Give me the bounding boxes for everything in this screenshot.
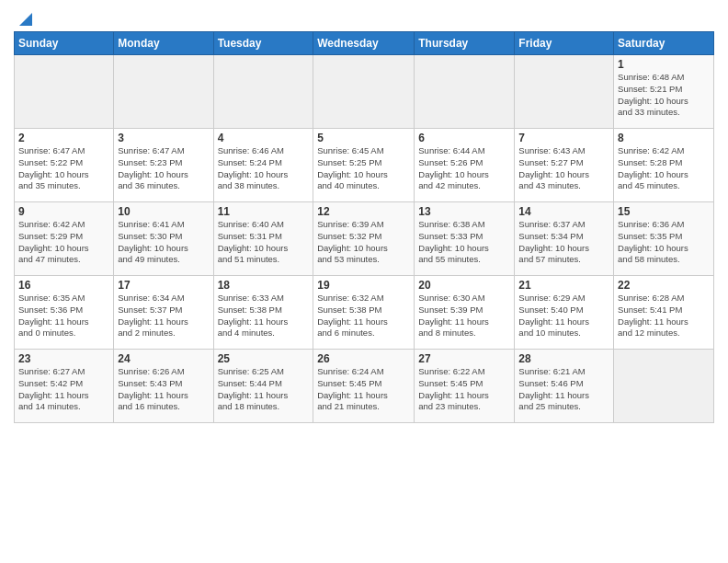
calendar-cell: 2Sunrise: 6:47 AM Sunset: 5:22 PM Daylig… <box>15 129 114 202</box>
day-number: 15 <box>618 205 710 218</box>
day-info: Sunrise: 6:29 AM Sunset: 5:40 PM Dayligh… <box>518 293 609 339</box>
calendar-cell: 20Sunrise: 6:30 AM Sunset: 5:39 PM Dayli… <box>415 276 515 350</box>
day-info: Sunrise: 6:24 AM Sunset: 5:45 PM Dayligh… <box>317 366 410 413</box>
calendar-cell: 8Sunrise: 6:42 AM Sunset: 5:28 PM Daylig… <box>614 129 714 202</box>
calendar-cell: 28Sunrise: 6:21 AM Sunset: 5:46 PM Dayli… <box>515 350 614 423</box>
calendar-cell: 18Sunrise: 6:33 AM Sunset: 5:38 PM Dayli… <box>213 276 313 350</box>
calendar-cell: 17Sunrise: 6:34 AM Sunset: 5:37 PM Dayli… <box>114 276 213 350</box>
day-number: 19 <box>317 279 410 292</box>
day-number: 27 <box>418 352 510 365</box>
day-info: Sunrise: 6:26 AM Sunset: 5:43 PM Dayligh… <box>118 366 209 413</box>
calendar-cell <box>313 55 415 129</box>
day-number: 3 <box>118 132 209 144</box>
day-number: 25 <box>218 352 310 365</box>
day-info: Sunrise: 6:28 AM Sunset: 5:41 PM Dayligh… <box>618 293 710 339</box>
calendar-cell: 27Sunrise: 6:22 AM Sunset: 5:45 PM Dayli… <box>415 350 515 423</box>
day-info: Sunrise: 6:37 AM Sunset: 5:34 PM Dayligh… <box>518 219 609 266</box>
day-info: Sunrise: 6:33 AM Sunset: 5:38 PM Dayligh… <box>218 293 310 339</box>
day-info: Sunrise: 6:45 AM Sunset: 5:25 PM Dayligh… <box>317 145 410 192</box>
calendar-cell: 25Sunrise: 6:25 AM Sunset: 5:44 PM Dayli… <box>213 350 313 423</box>
svg-marker-0 <box>19 13 32 26</box>
calendar-cell: 23Sunrise: 6:27 AM Sunset: 5:42 PM Dayli… <box>15 350 114 423</box>
calendar-table: SundayMondayTuesdayWednesdayThursdayFrid… <box>14 31 714 423</box>
calendar-cell: 12Sunrise: 6:39 AM Sunset: 5:32 PM Dayli… <box>313 202 415 276</box>
calendar-cell: 7Sunrise: 6:43 AM Sunset: 5:27 PM Daylig… <box>515 129 614 202</box>
calendar-cell: 9Sunrise: 6:42 AM Sunset: 5:29 PM Daylig… <box>15 202 114 276</box>
day-info: Sunrise: 6:44 AM Sunset: 5:26 PM Dayligh… <box>418 145 510 192</box>
calendar-cell: 5Sunrise: 6:45 AM Sunset: 5:25 PM Daylig… <box>313 129 415 202</box>
day-number: 4 <box>218 132 310 144</box>
day-info: Sunrise: 6:30 AM Sunset: 5:39 PM Dayligh… <box>418 293 510 339</box>
weekday-header-friday: Friday <box>515 32 614 55</box>
calendar-cell <box>213 55 313 129</box>
calendar-cell: 21Sunrise: 6:29 AM Sunset: 5:40 PM Dayli… <box>515 276 614 350</box>
day-number: 14 <box>518 205 609 218</box>
weekday-header-saturday: Saturday <box>614 32 714 55</box>
day-info: Sunrise: 6:40 AM Sunset: 5:31 PM Dayligh… <box>218 219 310 266</box>
day-info: Sunrise: 6:22 AM Sunset: 5:45 PM Dayligh… <box>418 366 510 413</box>
day-number: 17 <box>118 279 209 292</box>
day-number: 18 <box>218 279 310 292</box>
calendar-cell: 16Sunrise: 6:35 AM Sunset: 5:36 PM Dayli… <box>15 276 114 350</box>
week-row-1: 1Sunrise: 6:48 AM Sunset: 5:21 PM Daylig… <box>15 55 714 129</box>
calendar-cell: 13Sunrise: 6:38 AM Sunset: 5:33 PM Dayli… <box>415 202 515 276</box>
week-row-4: 16Sunrise: 6:35 AM Sunset: 5:36 PM Dayli… <box>15 276 714 350</box>
calendar-cell: 14Sunrise: 6:37 AM Sunset: 5:34 PM Dayli… <box>515 202 614 276</box>
day-info: Sunrise: 6:21 AM Sunset: 5:46 PM Dayligh… <box>518 366 609 413</box>
week-row-5: 23Sunrise: 6:27 AM Sunset: 5:42 PM Dayli… <box>15 350 714 423</box>
calendar-cell <box>614 350 714 423</box>
calendar-cell: 3Sunrise: 6:47 AM Sunset: 5:23 PM Daylig… <box>114 129 213 202</box>
week-row-2: 2Sunrise: 6:47 AM Sunset: 5:22 PM Daylig… <box>15 129 714 202</box>
day-number: 9 <box>18 205 109 218</box>
weekday-header-tuesday: Tuesday <box>213 32 313 55</box>
week-row-3: 9Sunrise: 6:42 AM Sunset: 5:29 PM Daylig… <box>15 202 714 276</box>
weekday-header-monday: Monday <box>114 32 213 55</box>
weekday-header-thursday: Thursday <box>415 32 515 55</box>
day-info: Sunrise: 6:43 AM Sunset: 5:27 PM Dayligh… <box>518 145 609 192</box>
day-info: Sunrise: 6:41 AM Sunset: 5:30 PM Dayligh… <box>118 219 209 266</box>
calendar-cell: 10Sunrise: 6:41 AM Sunset: 5:30 PM Dayli… <box>114 202 213 276</box>
calendar-cell: 4Sunrise: 6:46 AM Sunset: 5:24 PM Daylig… <box>213 129 313 202</box>
day-number: 12 <box>317 205 410 218</box>
logo <box>14 13 32 28</box>
calendar-cell: 15Sunrise: 6:36 AM Sunset: 5:35 PM Dayli… <box>614 202 714 276</box>
day-info: Sunrise: 6:46 AM Sunset: 5:24 PM Dayligh… <box>218 145 310 192</box>
weekday-header-sunday: Sunday <box>15 32 114 55</box>
day-number: 8 <box>618 132 710 144</box>
day-number: 11 <box>218 205 310 218</box>
day-info: Sunrise: 6:35 AM Sunset: 5:36 PM Dayligh… <box>18 293 109 339</box>
day-number: 5 <box>317 132 410 144</box>
calendar-cell: 19Sunrise: 6:32 AM Sunset: 5:38 PM Dayli… <box>313 276 415 350</box>
day-info: Sunrise: 6:25 AM Sunset: 5:44 PM Dayligh… <box>218 366 310 413</box>
day-number: 20 <box>418 279 510 292</box>
day-number: 13 <box>418 205 510 218</box>
day-number: 23 <box>18 352 109 365</box>
day-number: 7 <box>518 132 609 144</box>
calendar-cell <box>114 55 213 129</box>
day-number: 1 <box>618 58 710 71</box>
day-number: 10 <box>118 205 209 218</box>
calendar-cell: 26Sunrise: 6:24 AM Sunset: 5:45 PM Dayli… <box>313 350 415 423</box>
calendar-cell: 11Sunrise: 6:40 AM Sunset: 5:31 PM Dayli… <box>213 202 313 276</box>
day-info: Sunrise: 6:39 AM Sunset: 5:32 PM Dayligh… <box>317 219 410 266</box>
weekday-header-wednesday: Wednesday <box>313 32 415 55</box>
calendar-cell <box>415 55 515 129</box>
weekday-header-row: SundayMondayTuesdayWednesdayThursdayFrid… <box>15 32 714 55</box>
day-info: Sunrise: 6:34 AM Sunset: 5:37 PM Dayligh… <box>118 293 209 339</box>
calendar-page: SundayMondayTuesdayWednesdayThursdayFrid… <box>0 0 728 432</box>
day-number: 21 <box>518 279 609 292</box>
day-number: 2 <box>18 132 109 144</box>
calendar-cell: 6Sunrise: 6:44 AM Sunset: 5:26 PM Daylig… <box>415 129 515 202</box>
day-number: 22 <box>618 279 710 292</box>
day-info: Sunrise: 6:32 AM Sunset: 5:38 PM Dayligh… <box>317 293 410 339</box>
calendar-cell: 24Sunrise: 6:26 AM Sunset: 5:43 PM Dayli… <box>114 350 213 423</box>
logo-icon <box>16 11 32 28</box>
day-number: 6 <box>418 132 510 144</box>
day-number: 28 <box>518 352 609 365</box>
day-info: Sunrise: 6:48 AM Sunset: 5:21 PM Dayligh… <box>618 72 710 119</box>
day-info: Sunrise: 6:47 AM Sunset: 5:22 PM Dayligh… <box>18 145 109 192</box>
day-info: Sunrise: 6:38 AM Sunset: 5:33 PM Dayligh… <box>418 219 510 266</box>
day-number: 16 <box>18 279 109 292</box>
day-number: 26 <box>317 352 410 365</box>
day-info: Sunrise: 6:42 AM Sunset: 5:28 PM Dayligh… <box>618 145 710 192</box>
